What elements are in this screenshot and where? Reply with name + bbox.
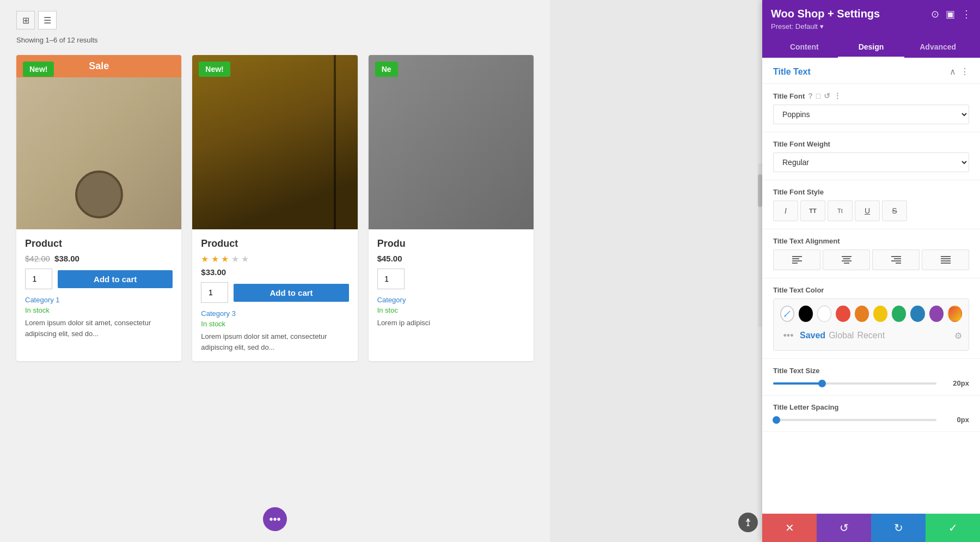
color-swatch-black[interactable]: [799, 306, 813, 322]
color-tab-recent[interactable]: Recent: [857, 331, 885, 340]
slider-thumb[interactable]: [818, 380, 826, 387]
more-options-icon[interactable]: ⋮: [961, 8, 971, 20]
grid-icon: ⊞: [22, 15, 29, 26]
corner-accessibility-icon[interactable]: [738, 513, 758, 532]
color-swatch-purple[interactable]: [929, 306, 944, 322]
add-to-cart-button[interactable]: Add to cart: [58, 270, 173, 288]
color-swatch-blue[interactable]: [910, 306, 924, 322]
floating-dots-button[interactable]: •••: [263, 507, 287, 531]
color-swatch-orange[interactable]: [855, 306, 869, 322]
star-3: ★: [221, 254, 229, 264]
add-to-cart-row: Add to cart: [25, 269, 173, 289]
color-swatch-yellow[interactable]: [873, 306, 887, 322]
title-font-weight-select[interactable]: Regular: [773, 153, 969, 172]
product-card: Ne Produ $45.00 Category In stoc Lorem i…: [369, 55, 534, 361]
uppercase-button[interactable]: TT: [800, 200, 825, 221]
price-new: $33.00: [201, 267, 226, 277]
section-more-icon[interactable]: ⋮: [960, 66, 969, 77]
title-letter-spacing-label: Title Letter Spacing: [773, 403, 969, 411]
cancel-button[interactable]: ✕: [762, 514, 817, 542]
tab-design[interactable]: Design: [838, 37, 905, 58]
product-category[interactable]: Category 3: [201, 309, 348, 318]
product-description: Lorem ipsum dolor sit amet, consectetur …: [201, 331, 348, 352]
tab-advanced[interactable]: Advanced: [904, 37, 971, 58]
main-content: ⊞ ☰ Showing 1–6 of 12 results Sale New!: [0, 0, 550, 542]
settings-panel: Woo Shop + Settings ⊙ ▣ ⋮ Preset: Defaul…: [762, 0, 980, 542]
svg-rect-6: [842, 260, 852, 261]
undo-icon: ↺: [840, 521, 849, 534]
save-button[interactable]: ✓: [926, 514, 980, 542]
align-right-button[interactable]: [872, 249, 920, 270]
color-swatch-area: ••• Saved Global Recent ⚙: [773, 299, 969, 351]
panel-actions: ✕ ↺ ↻ ✓: [762, 514, 980, 542]
product-grid: Sale New! Product $42.00 $38.00 Add to c…: [16, 55, 534, 361]
color-tab-saved[interactable]: Saved: [800, 331, 825, 340]
undo-font-icon[interactable]: ↺: [824, 92, 830, 100]
color-tab-global[interactable]: Global: [829, 331, 854, 340]
list-view-button[interactable]: ☰: [38, 11, 57, 29]
title-font-style-row: Title Font Style I TT Tt U S: [762, 180, 980, 229]
quantity-input[interactable]: [201, 282, 228, 303]
quantity-input[interactable]: [25, 269, 52, 289]
italic-button[interactable]: I: [773, 200, 798, 221]
letter-spacing-slider-track[interactable]: [773, 419, 936, 421]
product-description: Lorem ip adipisci: [377, 318, 525, 328]
svg-rect-3: [792, 263, 798, 264]
title-font-style-label: Title Font Style: [773, 188, 969, 196]
product-title: Produ: [377, 238, 525, 249]
product-card: Sale New! Product $42.00 $38.00 Add to c…: [16, 55, 181, 361]
settings-cog-icon[interactable]: ⊙: [931, 8, 939, 20]
color-swatch-white[interactable]: [817, 306, 831, 322]
align-justify-button[interactable]: [922, 249, 969, 270]
title-text-alignment-label: Title Text Alignment: [773, 237, 969, 245]
product-category[interactable]: Category 1: [25, 296, 173, 304]
title-font-select[interactable]: Poppins: [773, 105, 969, 124]
section-header: Title Text ∧ ⋮: [762, 58, 980, 84]
scrollbar-thumb[interactable]: [758, 174, 762, 207]
align-buttons: [773, 249, 969, 270]
more-colors-button[interactable]: •••: [780, 327, 797, 344]
svg-rect-7: [844, 263, 849, 264]
product-image: New!: [192, 55, 357, 229]
align-left-button[interactable]: [773, 249, 820, 270]
color-swatch-gradient[interactable]: [948, 306, 962, 322]
grid-view-button[interactable]: ⊞: [16, 11, 35, 29]
text-size-slider-control: 20px: [773, 379, 969, 387]
redo-button[interactable]: ↻: [871, 514, 926, 542]
capitalize-button[interactable]: Tt: [828, 200, 853, 221]
more-font-icon[interactable]: ⋮: [834, 92, 841, 100]
svg-rect-9: [894, 258, 901, 259]
product-price: $45.00: [377, 254, 525, 263]
panel-preset[interactable]: Preset: Default ▾: [771, 22, 971, 31]
color-swatch-red[interactable]: [836, 306, 850, 322]
eyedropper-button[interactable]: [780, 306, 794, 322]
color-swatches: [780, 306, 962, 322]
view-controls: ⊞ ☰: [16, 11, 534, 29]
product-price: $42.00 $38.00: [25, 254, 173, 263]
underline-button[interactable]: U: [855, 200, 880, 221]
product-image-wrap: New!: [192, 55, 357, 229]
color-settings-icon[interactable]: ⚙: [954, 331, 962, 341]
panel-header-icons: ⊙ ▣ ⋮: [931, 8, 971, 20]
layout-icon[interactable]: ▣: [946, 8, 955, 20]
undo-button[interactable]: ↺: [817, 514, 871, 542]
product-image-wrap: Sale New!: [16, 55, 181, 229]
strikethrough-button[interactable]: S: [882, 200, 907, 221]
slider-thumb[interactable]: [773, 416, 780, 424]
quantity-input[interactable]: [377, 269, 405, 289]
tab-content[interactable]: Content: [771, 37, 838, 58]
product-stock: In stoc: [377, 306, 525, 314]
section-icons: ∧ ⋮: [950, 66, 969, 77]
save-icon: ✓: [948, 521, 958, 534]
help-icon[interactable]: ?: [808, 92, 813, 100]
reset-icon[interactable]: □: [816, 92, 820, 100]
title-font-row: Title Font ? □ ↺ ⋮ Poppins: [762, 84, 980, 132]
section-collapse-icon[interactable]: ∧: [950, 66, 956, 77]
title-text-color-label: Title Text Color: [773, 286, 969, 294]
scrollbar[interactable]: [758, 163, 762, 327]
product-category[interactable]: Category: [377, 296, 525, 304]
color-swatch-green[interactable]: [892, 306, 906, 322]
align-center-button[interactable]: [823, 249, 870, 270]
text-size-slider-track[interactable]: [773, 382, 936, 385]
add-to-cart-button[interactable]: Add to cart: [234, 284, 348, 302]
